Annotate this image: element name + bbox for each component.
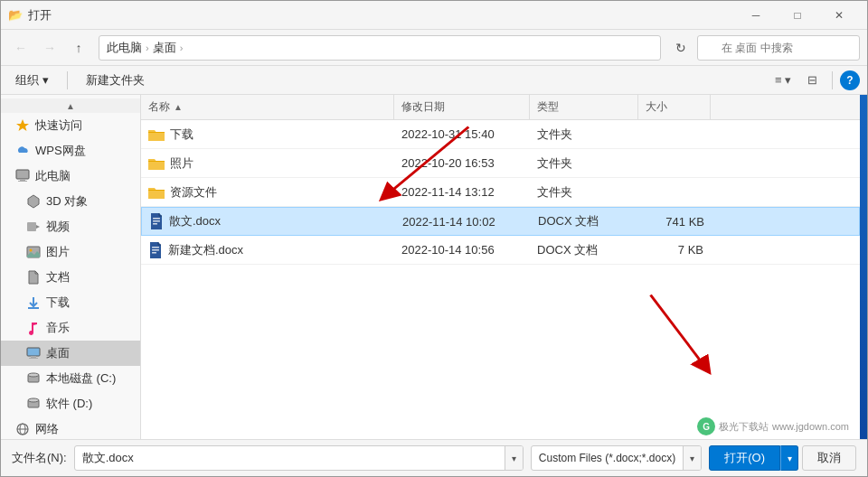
folder-icon-1 [148,157,165,170]
file-size-4: 7 KB [638,236,711,264]
back-button[interactable]: ← [8,35,33,61]
sidebar-item-video[interactable]: 视频 [1,214,140,239]
col-header-date[interactable]: 修改日期 [394,95,530,119]
svg-point-12 [28,373,39,377]
main-content: ▲ 快速访问 WPS网盘 [1,95,867,439]
bottom-bar: 文件名(N): ▾ Custom Files (*.docx;*.docx) ▾… [1,439,867,476]
sidebar: ▲ 快速访问 WPS网盘 [1,95,141,439]
help-button[interactable]: ? [840,70,860,90]
table-row[interactable]: 照片 2022-10-20 16:53 文件夹 [141,149,860,178]
svg-rect-10 [29,358,38,359]
forward-button[interactable]: → [37,35,62,61]
sidebar-item-desktop[interactable]: 桌面 [1,341,140,366]
open-button[interactable]: 打开(O) [709,445,780,471]
file-name-3: 散文.docx [142,208,395,235]
sort-arrow-name: ▲ [174,102,183,112]
cancel-button[interactable]: 取消 [802,445,856,471]
network-icon [15,422,30,436]
breadcrumb-desktop[interactable]: 桌面 [153,40,176,56]
file-type-2: 文件夹 [530,178,638,206]
pane-button[interactable]: ⊟ [799,70,825,91]
sidebar-item-network[interactable]: 网络 [1,416,140,439]
file-name-0: 下载 [141,120,394,148]
video-icon [26,220,41,234]
filename-label: 文件名(N): [12,450,67,466]
watermark: G 极光下载站 www.jgdown.com [697,417,849,435]
svg-rect-24 [152,247,159,248]
file-list-header: 名称 ▲ 修改日期 类型 大小 [141,95,860,120]
music-icon [26,321,41,335]
disk-c-icon [26,371,41,386]
file-name-2: 资源文件 [141,178,394,206]
sidebar-item-local-disk-c[interactable]: 本地磁盘 (C:) [1,366,140,391]
svg-marker-4 [36,225,40,229]
col-header-size[interactable]: 大小 [638,95,711,119]
refresh-button[interactable]: ↻ [668,35,693,61]
sidebar-item-quick-access[interactable]: 快速访问 [1,113,140,138]
svg-rect-22 [153,220,160,222]
maximize-button[interactable]: □ [777,1,818,30]
file-size-0 [638,120,711,148]
sidebar-item-documents[interactable]: 文档 [1,265,140,290]
file-type-0: 文件夹 [530,120,638,148]
table-row[interactable]: 散文.docx 2022-11-14 10:02 DOCX 文档 741 KB [141,207,860,236]
filename-dropdown-button[interactable]: ▾ [505,445,523,471]
filename-input[interactable] [75,452,505,465]
star-icon [15,118,30,133]
svg-rect-21 [153,218,160,220]
filetype-select-wrapper: Custom Files (*.docx;*.docx) ▾ [531,445,702,471]
desktop-icon [26,346,41,360]
table-row[interactable]: 资源文件 2022-11-14 13:12 文件夹 [141,178,860,207]
accent-bar [860,95,867,439]
menu-bar: 组织 ▾ 新建文件夹 ≡ ▾ ⊟ ? [1,66,867,95]
file-name-4: 新建文档.docx [141,236,394,264]
sidebar-item-downloads[interactable]: 下载 [1,290,140,315]
docx-icon-3 [149,213,164,229]
svg-rect-0 [16,170,29,179]
new-folder-button[interactable]: 新建文件夹 [79,70,152,91]
sidebar-item-music[interactable]: 音乐 [1,315,140,341]
svg-rect-2 [18,181,27,182]
svg-rect-9 [31,356,36,358]
svg-rect-26 [152,252,156,254]
title-bar: 📂 打开 ─ □ ✕ [1,1,867,30]
folder-icon-0 [148,128,165,141]
sidebar-scroll-up[interactable]: ▲ [1,98,140,113]
col-header-type[interactable]: 类型 [530,95,638,119]
sidebar-item-wps-cloud[interactable]: WPS网盘 [1,138,140,164]
image-icon [26,245,41,259]
minimize-button[interactable]: ─ [735,1,777,30]
svg-rect-1 [20,179,25,181]
open-dropdown-button[interactable]: ▾ [780,445,798,471]
breadcrumb-pc[interactable]: 此电脑 [107,40,142,56]
watermark-text: 极光下载站 [719,420,769,434]
svg-rect-19 [148,161,165,162]
folder-icon-2 [148,186,165,199]
svg-point-14 [28,398,39,402]
filetype-dropdown-button[interactable]: ▾ [683,445,701,471]
sidebar-item-software-d[interactable]: 软件 (D:) [1,391,140,416]
window-controls: ─ □ ✕ [735,1,860,30]
cube-icon [26,194,41,209]
file-size-1 [638,149,711,177]
file-size-3: 741 KB [639,208,712,235]
file-type-1: 文件夹 [530,149,638,177]
disk-d-icon [26,397,41,411]
sidebar-item-3d-objects[interactable]: 3D 对象 [1,189,140,214]
search-input[interactable] [697,35,860,61]
organize-button[interactable]: 组织 ▾ [8,70,56,91]
up-button[interactable]: ↑ [66,35,91,61]
col-header-name[interactable]: 名称 ▲ [141,95,394,119]
search-wrapper: 🔍 [697,35,860,61]
sidebar-item-this-pc[interactable]: 此电脑 [1,164,140,189]
file-date-1: 2022-10-20 16:53 [394,149,530,177]
cloud-icon [15,144,30,158]
svg-rect-23 [153,223,157,225]
table-row[interactable]: 新建文档.docx 2022-10-14 10:56 DOCX 文档 7 KB [141,236,860,265]
sidebar-item-pictures[interactable]: 图片 [1,239,140,265]
view-toggle-button[interactable]: ≡ ▾ [770,70,796,91]
close-button[interactable]: ✕ [818,1,860,30]
menu-separator [67,71,68,89]
svg-point-6 [30,249,33,252]
table-row[interactable]: 下载 2022-10-31 15:40 文件夹 [141,120,860,149]
